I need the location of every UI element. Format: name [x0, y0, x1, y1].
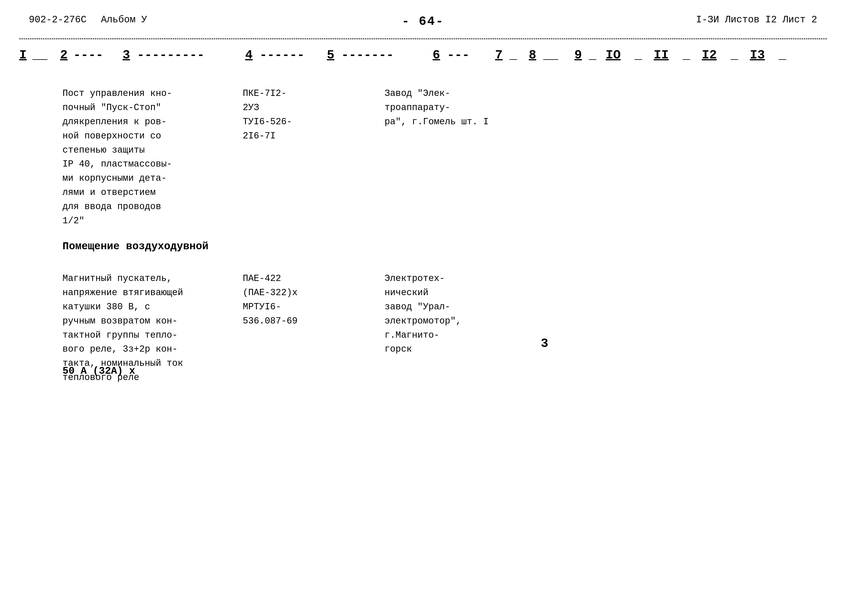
section1-manufacturer: Завод "Элек- троаппарату- ра", г.Гомель …	[385, 87, 529, 129]
column-numbers-row: I __ 2 ---- 3 --------- 4 ------ 5 -----…	[19, 48, 827, 70]
col-num-12: I2	[702, 48, 717, 62]
col-num-3: 3	[123, 48, 130, 62]
col-num-9: 9	[574, 48, 582, 62]
col-num-4: 4	[245, 48, 253, 62]
col-sep-8: __	[543, 48, 558, 62]
doc-info: I-ЗИ Листов I2 Лист 2	[696, 15, 817, 25]
col-num-5: 5	[327, 48, 334, 62]
doc-number: 902-2-276С	[29, 15, 87, 25]
col-dash-3: ---------	[137, 48, 204, 62]
section1-description: Пост управления кно- почный "Пуск-Стоп" …	[63, 87, 231, 228]
col-sep-11: _	[683, 48, 690, 62]
col-num-1: I	[19, 48, 27, 62]
col-sep-10: _	[634, 48, 642, 62]
section2-model: ПАЕ-422 (ПАЕ-322)х МРТУI6- 536.087-69	[243, 272, 344, 328]
col-dash-2: ----	[73, 48, 103, 62]
col-sep-13: _	[779, 48, 786, 62]
section-label: Помещение воздуходувной	[63, 240, 209, 252]
col-num-7: 7	[495, 48, 502, 62]
col-dash-6: ---	[447, 48, 470, 62]
doc-album: Альбом У	[101, 15, 147, 25]
section2-qty: 3	[541, 337, 548, 351]
page-title: - 64-	[402, 15, 444, 29]
col-num-13: I3	[750, 48, 765, 62]
col-sep-7: _	[510, 48, 517, 62]
header-right: I-ЗИ Листов I2 Лист 2	[696, 15, 817, 25]
col-num-6: 6	[433, 48, 440, 62]
section2-description2: 50 А (32А) х	[63, 365, 183, 377]
col-sep-9: _	[589, 48, 596, 62]
col-num-2: 2	[60, 48, 68, 62]
col-num-10: IO	[606, 48, 621, 62]
section1-model: ПКЕ-7I2- 2УЗ ТУI6-526- 2I6-7I	[243, 87, 344, 143]
page: - 64- 902-2-276С Альбом У I-ЗИ Листов I2…	[0, 0, 846, 616]
section2-manufacturer: Электротех- нический завод "Урал- электр…	[385, 272, 519, 356]
separator-line	[19, 38, 827, 39]
col-dash-4: ------	[260, 48, 304, 62]
header-left: 902-2-276С Альбом У	[29, 15, 147, 25]
col-dash-5: -------	[341, 48, 394, 62]
col-num-8: 8	[529, 48, 536, 62]
col-sep-12: _	[731, 48, 738, 62]
col-num-11: II	[654, 48, 668, 62]
col-dash-1: __	[32, 48, 47, 62]
